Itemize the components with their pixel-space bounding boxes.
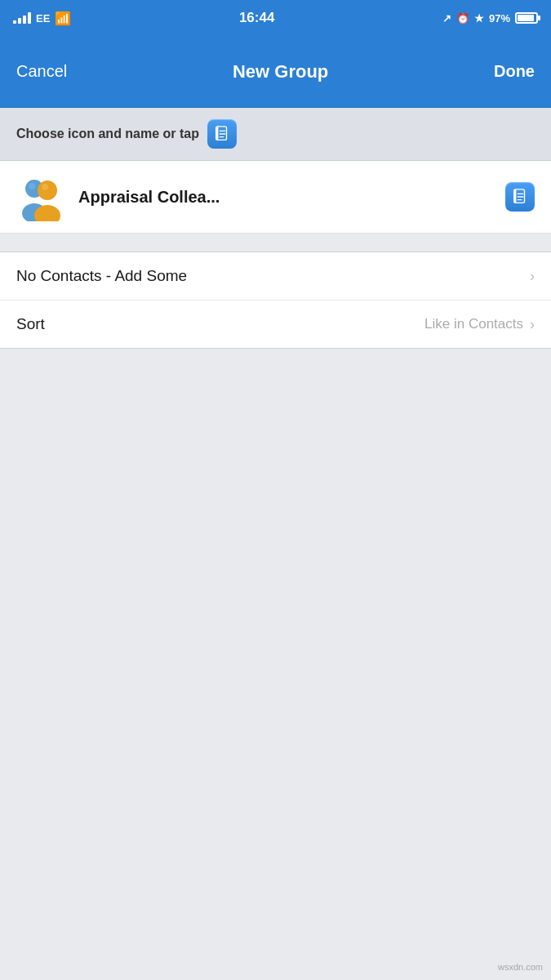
svg-point-7	[38, 180, 57, 200]
no-contacts-row[interactable]: No Contacts - Add Some ›	[0, 252, 551, 301]
signal-bar-4	[28, 12, 31, 24]
group-avatar	[16, 172, 65, 221]
nav-title: New Group	[233, 61, 328, 82]
carrier-label: EE	[36, 12, 50, 24]
signal-bar-1	[13, 20, 16, 24]
battery-icon	[515, 12, 538, 24]
svg-rect-1	[216, 127, 219, 140]
wifi-icon: 📶	[55, 11, 71, 26]
background-area	[0, 349, 551, 920]
address-book-button-banner[interactable]	[207, 119, 237, 149]
nav-bar: Cancel New Group Done	[0, 36, 551, 108]
signal-bars-icon	[13, 12, 31, 24]
battery-indicator	[515, 12, 538, 24]
signal-bar-3	[23, 16, 26, 24]
book-icon	[213, 125, 231, 143]
no-contacts-right: ›	[530, 268, 535, 285]
battery-percent: 97%	[489, 12, 510, 24]
group-name-row: Appraisal Collea...	[0, 161, 551, 234]
sort-label: Sort	[16, 315, 45, 333]
done-button[interactable]: Done	[494, 62, 535, 81]
chevron-icon: ›	[530, 268, 535, 285]
status-bar-right: ↗ ⏰ ★ 97%	[442, 12, 538, 24]
battery-fill	[518, 15, 534, 21]
signal-bar-2	[18, 18, 21, 24]
location-icon: ↗	[442, 12, 451, 24]
sort-row[interactable]: Sort Like in Contacts ›	[0, 301, 551, 348]
sort-value: Like in Contacts	[424, 316, 523, 332]
no-contacts-label: No Contacts - Add Some	[16, 267, 187, 285]
choose-icon-banner: Choose icon and name or tap	[0, 108, 551, 161]
svg-rect-12	[514, 189, 517, 203]
group-name-input-area[interactable]: Appraisal Collea...	[78, 182, 535, 212]
address-book-button-row[interactable]	[505, 182, 535, 212]
list-section: No Contacts - Add Some › Sort Like in Co…	[0, 252, 551, 349]
sort-right: Like in Contacts ›	[424, 316, 535, 333]
alarm-icon: ⏰	[456, 12, 469, 24]
choose-banner-text: Choose icon and name or tap	[16, 127, 199, 141]
group-name-display[interactable]: Appraisal Collea...	[78, 188, 220, 207]
status-bar-left: EE 📶	[13, 11, 71, 26]
sort-chevron-icon: ›	[530, 316, 535, 333]
svg-point-10	[42, 184, 48, 190]
bluetooth-icon: ★	[474, 12, 484, 24]
status-time: 16:44	[239, 10, 274, 26]
svg-point-9	[29, 183, 35, 189]
book-icon-row	[511, 188, 529, 206]
cancel-button[interactable]: Cancel	[16, 62, 67, 81]
status-bar: EE 📶 16:44 ↗ ⏰ ★ 97%	[0, 0, 551, 36]
watermark: wsxdn.com	[498, 962, 543, 972]
